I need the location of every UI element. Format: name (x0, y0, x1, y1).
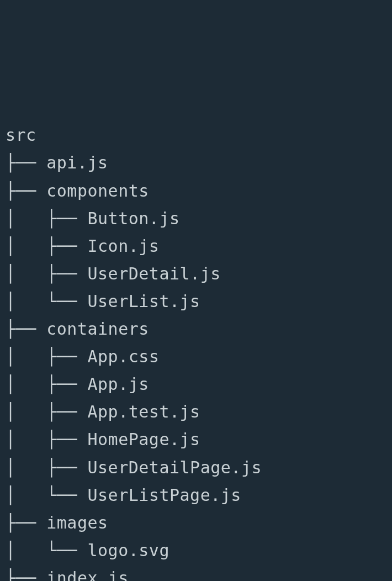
tree-file: │ └── UserList.js (6, 288, 386, 315)
tree-file: │ ├── App.css (6, 343, 386, 371)
file-tree: src├── api.js├── components│ ├── Button.… (6, 122, 386, 581)
tree-root: src (6, 122, 386, 149)
tree-folder: ├── containers (6, 315, 386, 343)
tree-folder: ├── components (6, 177, 386, 205)
tree-file: │ ├── UserDetailPage.js (6, 454, 386, 482)
tree-file: │ └── UserListPage.js (6, 482, 386, 509)
tree-file: │ └── logo.svg (6, 537, 386, 564)
tree-file: │ ├── Button.js (6, 205, 386, 233)
tree-file: ├── api.js (6, 149, 386, 177)
tree-file: │ ├── App.js (6, 371, 386, 398)
tree-file: ├── index.js (6, 564, 386, 581)
tree-file: │ ├── App.test.js (6, 398, 386, 426)
tree-file: │ ├── UserDetail.js (6, 260, 386, 288)
tree-file: │ ├── HomePage.js (6, 426, 386, 453)
tree-file: │ ├── Icon.js (6, 233, 386, 260)
tree-folder: ├── images (6, 509, 386, 537)
